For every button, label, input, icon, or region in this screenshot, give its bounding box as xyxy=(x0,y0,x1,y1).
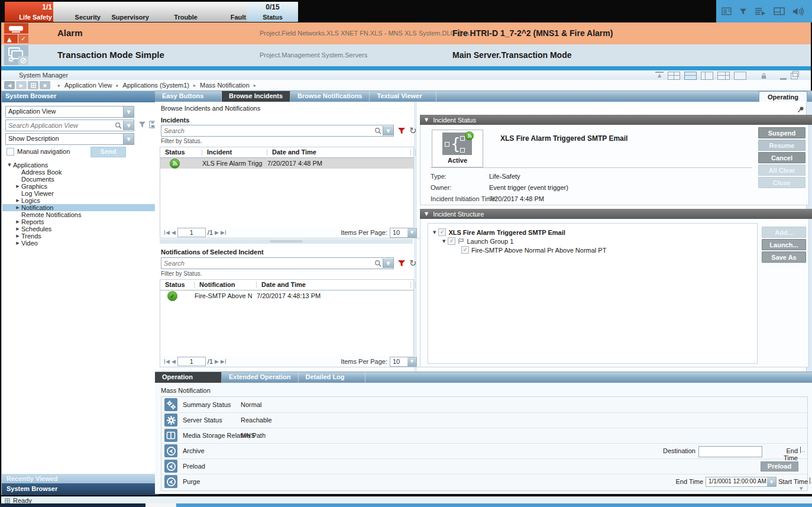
pin-icon[interactable] xyxy=(797,106,804,113)
page-prev-icon[interactable]: ◀ xyxy=(172,230,176,235)
layout-grid-icon[interactable] xyxy=(717,72,730,80)
tree-item-schedules[interactable]: ▶Schedules xyxy=(2,225,166,232)
incident-structure-header[interactable]: ▼ Incident Structure xyxy=(420,209,812,219)
horizontal-scrollbar[interactable] xyxy=(0,503,812,507)
checkbox-checked[interactable]: ✓ xyxy=(438,228,446,236)
col-incident[interactable]: Incident xyxy=(202,147,267,157)
chevron-down-icon[interactable]: ▼ xyxy=(123,134,134,144)
restore-icon[interactable] xyxy=(791,73,798,79)
nav-back-button[interactable]: ◀ xyxy=(4,81,15,89)
chevron-down-icon[interactable]: ▼ xyxy=(123,121,134,130)
description-selector[interactable]: Show Description ▼ xyxy=(5,133,134,145)
collapse-pane-icon[interactable]: ▲ xyxy=(655,72,664,80)
breadcrumb-item-applications[interactable]: Applications (System1) xyxy=(123,82,190,89)
page-first-icon[interactable]: ◀ xyxy=(164,230,170,235)
items-per-page-select[interactable]: 10 ▼ xyxy=(390,228,417,238)
save-as-button[interactable]: Save As xyxy=(762,251,806,263)
page-number-input[interactable] xyxy=(177,357,206,366)
col-status[interactable]: Status xyxy=(160,147,202,157)
chevron-down-icon[interactable]: ▼ xyxy=(383,259,393,268)
purge-action-icon[interactable] xyxy=(164,475,177,488)
page-last-icon[interactable]: ▶ xyxy=(221,359,227,364)
incidents-search-input[interactable] xyxy=(161,127,374,134)
speaker-icon[interactable] xyxy=(792,7,804,16)
tree-item-logics[interactable]: ▶Logics xyxy=(2,197,166,204)
destination-input[interactable] xyxy=(698,446,762,457)
trouble-button[interactable]: Trouble xyxy=(150,2,201,22)
page-number-input[interactable] xyxy=(177,228,206,237)
tree-item-notification[interactable]: ▶Notification xyxy=(2,204,166,211)
checkbox-checked[interactable]: ✓ xyxy=(461,246,469,254)
scrollbar-thumb[interactable] xyxy=(145,503,176,507)
event-list-icon[interactable] xyxy=(755,7,766,15)
view-selector[interactable]: Application View ▼ xyxy=(5,106,134,118)
tree-item-applications[interactable]: ▼Applications xyxy=(2,162,157,169)
security-button[interactable]: Security xyxy=(53,2,104,22)
tree-item-log-viewer[interactable]: Log Viewer xyxy=(2,190,166,197)
nav-forward-button[interactable]: ▶ xyxy=(16,81,27,89)
fault-button[interactable]: Fault xyxy=(199,2,250,22)
resume-button[interactable]: Resume xyxy=(758,140,805,151)
breadcrumb-item-mass-notification[interactable]: Mass Notification xyxy=(200,82,250,89)
checkbox-checked[interactable]: ✓ xyxy=(448,237,455,245)
chevron-down-icon[interactable]: ▼ xyxy=(383,126,393,135)
tree-item-documents[interactable]: Documents xyxy=(2,176,166,183)
tree-item-trends[interactable]: ▶Trends xyxy=(2,232,166,240)
tab-browse-incidents[interactable]: Browse Incidents xyxy=(222,91,290,102)
close-button[interactable]: Close xyxy=(758,177,805,188)
page-first-icon[interactable]: ◀ xyxy=(164,359,170,364)
col-datetime[interactable]: Date and Time xyxy=(257,280,411,290)
tree-item-graphics[interactable]: ▶Graphics xyxy=(2,183,166,190)
expand-icon[interactable]: ▼ xyxy=(433,230,436,235)
page-next-icon[interactable]: ▶ xyxy=(215,359,219,364)
expand-icon[interactable]: ▼ xyxy=(442,239,445,244)
structure-group-item[interactable]: ▼ ✓ Launch Group 1 xyxy=(442,237,513,245)
chevron-down-icon[interactable]: ▼ xyxy=(123,106,134,117)
cancel-button[interactable]: Cancel xyxy=(758,152,805,163)
structure-leaf-item[interactable]: ✓ Fire-SMTP Above Normal Pr Above Normal… xyxy=(461,246,606,254)
structure-root-item[interactable]: ▼ ✓ XLS Fire Alarm Triggered SMTP Email xyxy=(433,228,565,236)
tree-item-video[interactable]: ▶Video xyxy=(2,240,166,247)
col-status[interactable]: Status xyxy=(160,280,195,290)
col-datetime[interactable]: Date and Time xyxy=(267,147,411,157)
system-browser-bottom-tab[interactable]: System Browser xyxy=(2,483,159,495)
tab-operation[interactable]: Operation xyxy=(155,372,222,383)
page-last-icon[interactable]: ▶ xyxy=(221,230,227,235)
report-viewer-icon[interactable] xyxy=(722,7,732,15)
nav-favorite-icon[interactable]: ★ xyxy=(40,81,50,89)
archive-action-icon[interactable] xyxy=(164,444,177,457)
datetime-picker-icon[interactable]: .. xyxy=(810,477,812,484)
layout-quad-icon[interactable] xyxy=(668,72,680,80)
collapse-icon[interactable]: ▼ xyxy=(425,211,428,217)
breadcrumb-item-application-view[interactable]: Application View xyxy=(64,82,112,89)
add-button[interactable]: Add... xyxy=(762,227,806,238)
page-prev-icon[interactable]: ◀ xyxy=(172,359,176,364)
filter-status-icon[interactable] xyxy=(397,259,406,267)
layout-panes-icon[interactable] xyxy=(774,7,785,15)
tree-item-remote-notifications[interactable]: Remote Notifications xyxy=(2,211,166,218)
life-safety-button[interactable]: 1/1 Life Safety xyxy=(5,2,56,22)
all-clear-button[interactable]: All Clear xyxy=(758,164,805,176)
page-next-icon[interactable]: ▶ xyxy=(215,230,219,235)
tab-detailed-log[interactable]: Detailed Log xyxy=(299,372,365,383)
suspend-button[interactable]: Suspend xyxy=(758,127,805,138)
status-button[interactable]: 0/15 Status xyxy=(247,2,298,22)
launch-button[interactable]: Launch... xyxy=(762,239,806,250)
tab-extended-operation[interactable]: Extended Operation xyxy=(222,372,299,383)
nav-history-icon[interactable] xyxy=(28,81,38,89)
tab-easy-buttons[interactable]: Easy Buttons xyxy=(155,91,222,102)
tab-browse-notifications[interactable]: Browse Notifications xyxy=(290,91,370,102)
scroll-down-icon[interactable]: ▼ xyxy=(800,486,803,491)
supervisory-button[interactable]: Supervisory xyxy=(102,2,153,22)
tab-operating[interactable]: Operating xyxy=(759,91,807,102)
smoke-detector-alarm-icon[interactable]: ▲ ✓ xyxy=(4,23,28,43)
incident-row[interactable]: XLS Fire Alarm Triggere 7/20/2017 4:48 P… xyxy=(160,158,413,169)
layout-leftcol-icon[interactable] xyxy=(701,72,713,80)
lock-icon[interactable] xyxy=(761,73,766,79)
filter-status-icon[interactable] xyxy=(397,127,406,135)
transaction-mode-icon[interactable] xyxy=(4,45,28,65)
datetime-picker-icon[interactable]: .. xyxy=(800,447,805,453)
send-button[interactable]: Send xyxy=(90,147,126,157)
notification-row[interactable]: ✓ Fire-SMTP Above Nor 7/20/2017 4:48:13 … xyxy=(160,290,413,301)
layout-single-icon[interactable] xyxy=(734,72,746,80)
